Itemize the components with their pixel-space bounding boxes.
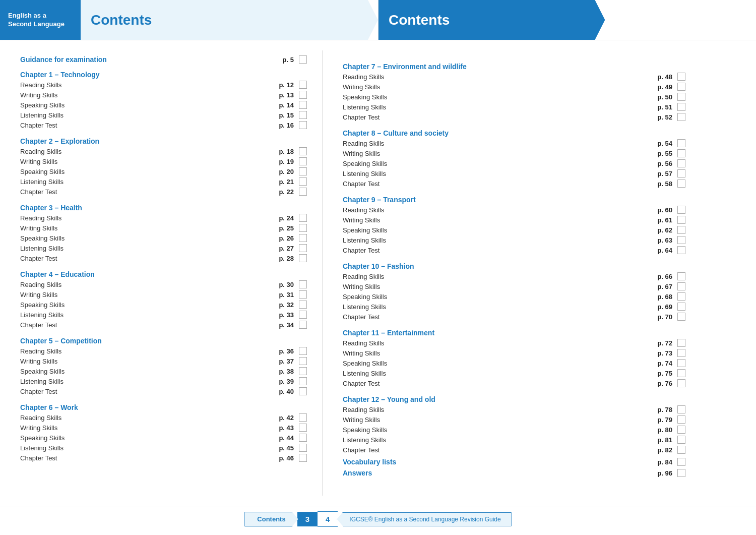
toc-item-right: p. 70 (652, 313, 685, 321)
toc-checkbox[interactable] (677, 236, 685, 244)
table-row: Speaking Skillsp. 74 (343, 358, 685, 368)
toc-checkbox[interactable] (677, 93, 685, 101)
guidance-right: p. 5 (274, 55, 307, 64)
toc-checkbox[interactable] (299, 111, 307, 119)
toc-page: p. 38 (274, 368, 294, 375)
toc-item-right: p. 82 (652, 446, 685, 454)
toc-checkbox[interactable] (299, 347, 307, 355)
toc-checkbox[interactable] (677, 292, 685, 301)
toc-item-right: p. 15 (274, 111, 307, 119)
toc-item-right: p. 51 (652, 103, 685, 111)
toc-checkbox[interactable] (299, 101, 307, 109)
toc-item-label: Speaking Skills (20, 101, 274, 109)
table-row: Reading Skillsp. 60 (343, 205, 685, 215)
toc-checkbox[interactable] (677, 339, 685, 347)
toc-checkbox[interactable] (299, 357, 307, 365)
toc-item-right: p. 56 (652, 159, 685, 167)
toc-item-label: Chapter Test (343, 113, 652, 121)
toc-checkbox[interactable] (677, 446, 685, 454)
toc-page: p. 51 (652, 103, 672, 111)
toc-page: p. 57 (652, 170, 672, 177)
toc-checkbox[interactable] (677, 226, 685, 234)
toc-checkbox[interactable] (677, 206, 685, 214)
toc-checkbox[interactable] (299, 177, 307, 186)
table-row: Reading Skillsp. 42 (20, 412, 307, 423)
toc-checkbox[interactable] (677, 139, 685, 147)
toc-item-right: p. 19 (274, 157, 307, 165)
toc-checkbox[interactable] (299, 434, 307, 442)
toc-checkbox[interactable] (299, 91, 307, 99)
toc-page: p. 52 (652, 113, 672, 121)
toc-checkbox[interactable] (299, 244, 307, 252)
extra-checkbox[interactable] (677, 469, 685, 477)
toc-checkbox[interactable] (299, 214, 307, 222)
toc-checkbox[interactable] (299, 454, 307, 462)
toc-page: p. 56 (652, 160, 672, 167)
toc-item-label: Listening Skills (343, 103, 652, 111)
toc-checkbox[interactable] (677, 282, 685, 290)
toc-checkbox[interactable] (299, 387, 307, 395)
toc-checkbox[interactable] (677, 83, 685, 91)
toc-checkbox[interactable] (299, 254, 307, 262)
extra-right: p. 96 (652, 469, 685, 477)
toc-checkbox[interactable] (677, 103, 685, 111)
toc-checkbox[interactable] (299, 367, 307, 375)
toc-item-right: p. 49 (652, 83, 685, 91)
table-row: Speaking Skillsp. 14 (20, 100, 307, 110)
toc-checkbox[interactable] (677, 73, 685, 81)
toc-item-right: p. 25 (274, 224, 307, 232)
toc-checkbox[interactable] (677, 303, 685, 311)
toc-checkbox[interactable] (299, 121, 307, 129)
toc-page: p. 36 (274, 347, 294, 355)
table-row: Reading Skillsp. 30 (20, 279, 307, 289)
toc-checkbox[interactable] (299, 167, 307, 175)
toc-checkbox[interactable] (299, 311, 307, 319)
toc-checkbox[interactable] (299, 157, 307, 165)
toc-page: p. 81 (652, 436, 672, 444)
toc-item-label: Listening Skills (20, 444, 274, 452)
toc-checkbox[interactable] (677, 180, 685, 188)
toc-checkbox[interactable] (677, 359, 685, 367)
toc-checkbox[interactable] (299, 377, 307, 385)
toc-checkbox[interactable] (299, 147, 307, 155)
left-chapter-title-1: Chapter 1 – Technology (20, 71, 307, 79)
toc-item-label: Reading Skills (343, 140, 652, 147)
table-row: Writing Skillsp. 37 (20, 356, 307, 366)
toc-item-label: Chapter Test (20, 454, 274, 462)
toc-page: p. 55 (652, 150, 672, 157)
toc-checkbox[interactable] (677, 349, 685, 357)
toc-checkbox[interactable] (677, 149, 685, 157)
toc-checkbox[interactable] (299, 321, 307, 329)
toc-checkbox[interactable] (299, 290, 307, 299)
toc-checkbox[interactable] (677, 405, 685, 413)
extra-checkbox[interactable] (677, 458, 685, 466)
toc-checkbox[interactable] (677, 159, 685, 167)
toc-checkbox[interactable] (677, 113, 685, 121)
toc-checkbox[interactable] (677, 379, 685, 387)
toc-page: p. 69 (652, 303, 672, 311)
toc-checkbox[interactable] (677, 272, 685, 280)
toc-page: p. 79 (652, 416, 672, 424)
toc-checkbox[interactable] (299, 224, 307, 232)
toc-checkbox[interactable] (299, 301, 307, 309)
toc-page: p. 62 (652, 226, 672, 234)
toc-checkbox[interactable] (299, 444, 307, 452)
toc-page: p. 75 (652, 370, 672, 377)
toc-checkbox[interactable] (677, 436, 685, 444)
toc-checkbox[interactable] (299, 413, 307, 422)
toc-checkbox[interactable] (299, 424, 307, 432)
guidance-checkbox[interactable] (299, 55, 307, 64)
toc-checkbox[interactable] (299, 280, 307, 288)
toc-checkbox[interactable] (677, 426, 685, 434)
toc-checkbox[interactable] (677, 415, 685, 424)
extra-right: p. 84 (652, 458, 685, 466)
toc-checkbox[interactable] (299, 234, 307, 242)
toc-checkbox[interactable] (677, 246, 685, 254)
toc-checkbox[interactable] (299, 188, 307, 196)
toc-checkbox[interactable] (677, 216, 685, 224)
toc-checkbox[interactable] (677, 313, 685, 321)
toc-checkbox[interactable] (299, 81, 307, 89)
toc-checkbox[interactable] (677, 169, 685, 177)
footer-tab-right: IGCSE® English as a Second Language Revi… (337, 512, 511, 526)
toc-checkbox[interactable] (677, 369, 685, 377)
